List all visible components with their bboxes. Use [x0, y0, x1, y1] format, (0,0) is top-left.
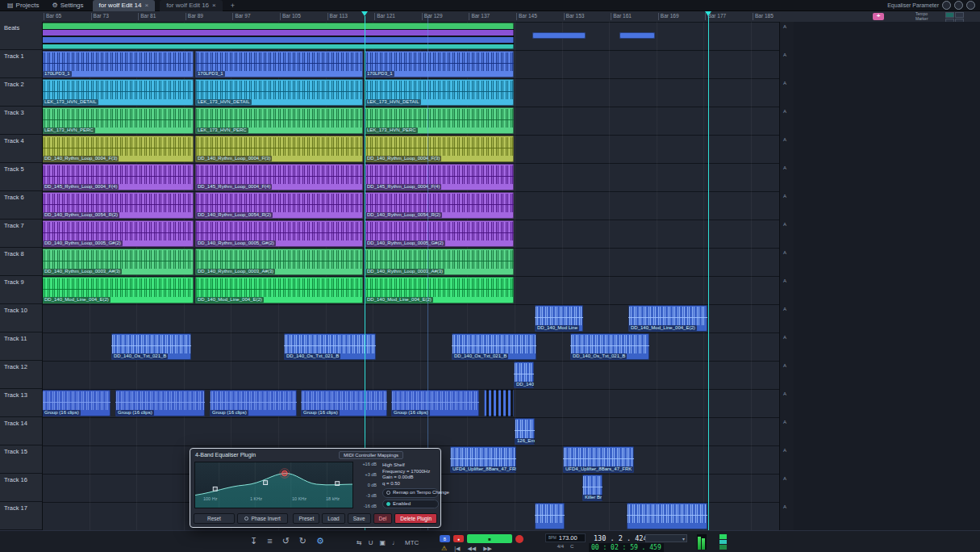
eq-node-4[interactable] [336, 482, 340, 486]
close-icon[interactable]: × [212, 2, 216, 9]
eq-node-3-selected[interactable] [281, 470, 287, 476]
add-tab-button[interactable]: + [227, 2, 238, 10]
settings-button[interactable]: ⚙ Settings [48, 1, 87, 10]
automation-button[interactable]: A [783, 109, 786, 114]
audio-clip[interactable]: 170LPD3_1 [195, 51, 363, 77]
automation-button[interactable]: A [783, 307, 786, 312]
load-button[interactable]: Load [322, 513, 344, 524]
menu-icon[interactable]: ≡ [267, 537, 272, 546]
track-name-cell[interactable]: Track 10 [0, 304, 42, 332]
audio-clip[interactable] [484, 390, 514, 416]
audio-clip[interactable]: Group (16 clips) [115, 390, 205, 416]
audio-clip[interactable]: Killer Br [582, 475, 603, 501]
eq-graph[interactable]: 100 Hz1 KHz10 KHz18 kHz [194, 462, 353, 508]
audio-clip[interactable]: LEK_173_HVN_DETAIL [195, 79, 363, 106]
bpm-display[interactable]: BPM 173.00 [545, 533, 586, 542]
audio-clip[interactable]: DD_140_Rythm_Loop_0005_G#(2) [365, 220, 514, 247]
del-button[interactable]: Del [373, 513, 393, 524]
eq-node-2[interactable] [264, 481, 268, 485]
snap-icon[interactable]: U [369, 538, 373, 547]
playhead-marker-icon[interactable] [361, 11, 368, 16]
automation-button[interactable]: A [783, 165, 786, 170]
cpu-indicator[interactable] [942, 1, 951, 10]
enabled-toggle[interactable]: Enabled [382, 500, 439, 509]
audio-clip[interactable]: DD_140_Rythm_Loop_0054_R(2) [42, 192, 194, 219]
automation-button[interactable]: A [783, 363, 786, 368]
audio-clip[interactable]: DD_140_Rythm_Loop_0003_A#(3) [195, 249, 363, 275]
audio-clip[interactable]: Group (16 clips) [42, 390, 111, 416]
audio-clip[interactable]: DD_140_Rythm_Loop_0004_F(3) [195, 136, 363, 162]
tab-edit-14[interactable]: for wolf Edit 14 × [93, 0, 156, 11]
undo-icon[interactable]: ↺ [282, 537, 290, 546]
click-icon[interactable]: ♩ [392, 538, 398, 547]
timeline-ruler[interactable]: Bar 65Bar 73Bar 81Bar 89Bar 97Bar 105Bar… [0, 11, 980, 23]
audio-clip[interactable]: DD_140_Os_Txt_021_B [111, 333, 191, 360]
audio-clip[interactable]: DD_140 [514, 362, 534, 388]
eq-node-1[interactable] [213, 487, 217, 491]
track-name-cell[interactable]: Track 2 [0, 78, 42, 107]
go-to-start-button[interactable]: |◀ [454, 546, 460, 552]
midi-mappings-button[interactable]: MIDI Controller Mappings [339, 451, 403, 459]
audio-clip[interactable]: DD_140_Rythm_Loop_0003_A#(3) [42, 249, 194, 275]
track-name-cell[interactable]: Track 17 [0, 502, 42, 530]
audio-clip[interactable]: LEK_173_HVN_PERC [365, 107, 514, 134]
audio-clip[interactable]: DD_140_Os_Txt_021_B [452, 333, 536, 360]
automation-button[interactable]: A [783, 250, 786, 255]
automation-button[interactable]: A [783, 391, 786, 396]
audio-clip[interactable]: DD_140_Mod_Line_004_E(2) [195, 277, 363, 303]
save-button[interactable]: Save [348, 513, 371, 524]
track-name-cell[interactable]: Track 13 [0, 389, 42, 417]
track-name-cell[interactable]: Track 1 [0, 50, 42, 78]
track-name-cell[interactable]: Track 8 [0, 248, 42, 276]
audio-clip[interactable]: DD_140_Rythm_Loop_0005_G#(2) [195, 220, 363, 247]
audio-clip[interactable]: 170LPD3_1 [42, 51, 194, 77]
midi-indicator[interactable] [954, 1, 963, 10]
automation-button[interactable]: A [783, 278, 786, 283]
audio-clip[interactable]: DD_140_Mod_Line_004_E(2) [42, 277, 194, 303]
audio-clip[interactable]: Group (16 clips) [210, 390, 297, 416]
rewind-button[interactable]: ◀◀ [467, 546, 476, 552]
time-signature[interactable]: 4/4 C [545, 544, 586, 549]
play-button[interactable]: ■ [467, 534, 512, 543]
record-button[interactable]: ● [453, 535, 464, 542]
audio-clip[interactable] [532, 32, 586, 39]
track-name-cell[interactable]: Track 4 [0, 135, 42, 163]
audio-clip[interactable]: DD_140_Rythm_Loop_0054_R(2) [365, 192, 514, 219]
automation-button[interactable]: A [783, 476, 786, 481]
audio-clip[interactable] [42, 23, 514, 49]
audio-clip[interactable]: DD_145_Rythm_Loop_0004_F(4) [42, 164, 194, 190]
track-name-cell[interactable]: Track 3 [0, 107, 42, 135]
remap-toggle[interactable]: Remap on Tempo Change [382, 488, 439, 498]
track-name-cell[interactable]: Track 9 [0, 276, 42, 304]
loop-marker-icon[interactable] [705, 11, 711, 16]
audio-clip[interactable]: UFD4_Uplifter_8Bars_47_FRK [563, 446, 634, 473]
audio-clip[interactable]: Group (16 clips) [301, 390, 387, 416]
audio-clip[interactable]: DD_140_Rythm_Loop_0054_R(2) [195, 192, 363, 219]
track-name-cell[interactable]: Track 14 [0, 417, 42, 445]
audio-clip[interactable]: LEK_173_HVN_PERC [42, 107, 194, 134]
transport-preset-dropdown[interactable]: ▾ [645, 534, 687, 542]
audio-clip[interactable]: LEK_173_HVN_DETAIL [42, 79, 194, 106]
track-name-cell[interactable]: Beats [0, 22, 42, 50]
audio-clip[interactable] [627, 503, 707, 529]
audio-clip[interactable]: DD_140_Rythm_Loop_0004_F(3) [365, 136, 514, 162]
track-name-cell[interactable]: Track 5 [0, 163, 42, 191]
bars-beats-display[interactable]: 130 . 2 . 424 [594, 534, 648, 542]
audio-clip[interactable]: DD_140_Os_Txt_021_B [284, 333, 376, 360]
fullscreen-button[interactable] [966, 1, 975, 10]
automation-button[interactable]: A [783, 24, 786, 29]
automation-button[interactable]: A [783, 335, 786, 340]
projects-button[interactable]: ▤ Projects [3, 1, 43, 10]
lock-icon[interactable]: ▣ [379, 538, 386, 547]
audio-clip[interactable] [619, 32, 655, 39]
close-icon[interactable]: × [144, 2, 148, 9]
audio-clip[interactable]: DD_145_Rythm_Loop_0004_F(4) [365, 164, 514, 190]
mtc-label[interactable]: MTC [405, 538, 419, 547]
plugin-header[interactable]: 4-Band Equaliser Plugin MIDI Controller … [190, 449, 440, 460]
automation-button[interactable]: A [783, 194, 786, 199]
automation-button[interactable]: A [783, 137, 786, 142]
audio-clip[interactable]: LEK_173_HVN_PERC [195, 107, 363, 134]
audio-clip[interactable]: LEK_173_HVN_DETAIL [365, 79, 514, 106]
track-name-cell[interactable]: Track 12 [0, 361, 42, 389]
audio-clip[interactable]: DD_140_Rythm_Loop_0003_A#(3) [365, 249, 514, 275]
